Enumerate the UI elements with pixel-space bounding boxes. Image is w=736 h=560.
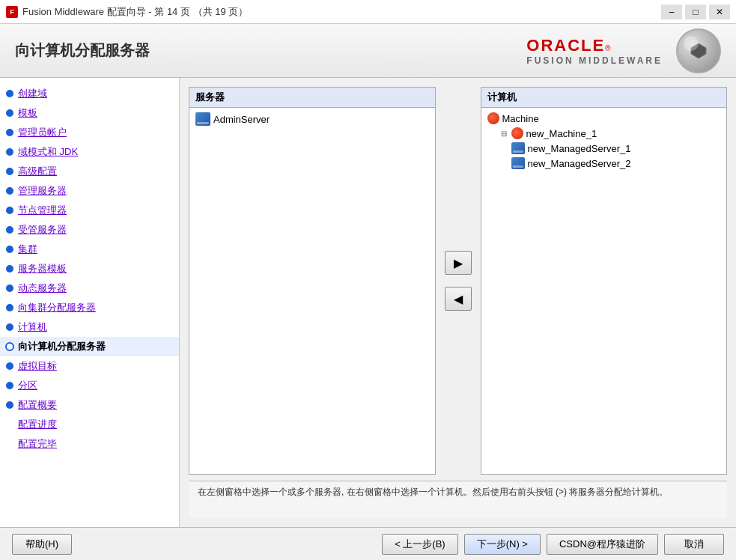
sidebar: 创建域模板管理员帐户域模式和 JDK高级配置管理服务器节点管理器受管服务器集群服… — [0, 78, 180, 527]
finish-button[interactable]: CSDN@程序猿进阶 — [547, 534, 658, 555]
sidebar-link-managed-server[interactable]: 受管服务器 — [18, 223, 67, 237]
server-label: AdminServer — [213, 114, 270, 125]
arrow-panel: ▶ ◀ — [442, 87, 475, 475]
sidebar-item-create-domain[interactable]: 创建域 — [0, 84, 179, 103]
sidebar-item-manage-server[interactable]: 管理服务器 — [0, 181, 179, 201]
oracle-logo: ORACLE® FUSION MIDDLEWARE — [526, 28, 721, 73]
sidebar-item-admin-account[interactable]: 管理员帐户 — [0, 123, 179, 142]
sidebar-label-assign-machine: 向计算机分配服务器 — [18, 340, 106, 353]
sidebar-link-dynamic-server[interactable]: 动态服务器 — [18, 281, 67, 295]
sidebar-item-cluster[interactable]: 集群 — [0, 240, 179, 259]
sidebar-link-node-manager[interactable]: 节点管理器 — [18, 204, 67, 217]
sidebar-dot-cluster — [6, 246, 13, 253]
sidebar-item-assign-cluster[interactable]: 向集群分配服务器 — [0, 298, 179, 317]
sidebar-item-node-manager[interactable]: 节点管理器 — [0, 201, 179, 220]
help-button[interactable]: 帮助(H) — [12, 534, 72, 555]
minimize-button[interactable]: – — [661, 4, 682, 19]
sidebar-dot-server-template — [6, 265, 13, 273]
sidebar-item-config-summary[interactable]: 配置概要 — [0, 395, 179, 415]
oracle-branding: ORACLE® FUSION MIDDLEWARE — [526, 36, 663, 66]
sidebar-dot-domain-jdk — [6, 148, 13, 156]
machine-tree-item-new_ManagedServer_1[interactable]: new_ManagedServer_1 — [508, 141, 724, 156]
maximize-button[interactable]: □ — [685, 4, 706, 19]
sidebar-item-virtual-target[interactable]: 虚拟目标 — [0, 356, 179, 376]
machine-tree-item-new_ManagedServer_2[interactable]: new_ManagedServer_2 — [508, 156, 724, 171]
servers-panel-content[interactable]: AdminServer — [189, 108, 435, 474]
bottom-left-buttons: 帮助(H) — [12, 534, 72, 555]
title-bar: F Fusion Middleware 配置向导 - 第 14 页 （共 19 … — [0, 0, 736, 24]
sidebar-item-server-template[interactable]: 服务器模板 — [0, 259, 179, 279]
oracle-text: ORACLE — [526, 36, 605, 55]
machine-tree-label: new_ManagedServer_2 — [528, 158, 631, 169]
server-item-AdminServer[interactable]: AdminServer — [192, 111, 432, 127]
servers-panel-header: 服务器 — [189, 88, 435, 108]
window-title: Fusion Middleware 配置向导 - 第 14 页 （共 19 页） — [22, 5, 248, 19]
sidebar-item-config-progress[interactable]: 配置进度 — [0, 415, 179, 434]
sidebar-link-admin-account[interactable]: 管理员帐户 — [18, 126, 67, 139]
sidebar-link-config-complete[interactable]: 配置完毕 — [18, 437, 57, 451]
fusion-label: FUSION MIDDLEWARE — [526, 55, 663, 66]
sidebar-link-partition[interactable]: 分区 — [18, 379, 37, 392]
sidebar-link-advanced-config[interactable]: 高级配置 — [18, 165, 57, 178]
sidebar-item-machine[interactable]: 计算机 — [0, 317, 179, 337]
oracle-logo-top: ORACLE® FUSION MIDDLEWARE — [526, 28, 721, 73]
sidebar-link-create-domain[interactable]: 创建域 — [18, 87, 47, 100]
unassign-left-button[interactable]: ◀ — [445, 287, 472, 311]
sidebar-link-manage-server[interactable]: 管理服务器 — [18, 184, 67, 198]
machine-tree-item-Machine[interactable]: Machine — [484, 111, 724, 126]
sidebar-item-advanced-config[interactable]: 高级配置 — [0, 162, 179, 181]
machines-panel-header: 计算机 — [481, 88, 727, 108]
oracle-sphere-icon — [676, 28, 721, 73]
sidebar-link-config-progress[interactable]: 配置进度 — [18, 418, 57, 431]
bottom-right-buttons: < 上一步(B) 下一步(N) > CSDN@程序猿进阶 取消 — [382, 534, 724, 555]
content-area: 创建域模板管理员帐户域模式和 JDK高级配置管理服务器节点管理器受管服务器集群服… — [0, 78, 736, 527]
sidebar-item-managed-server[interactable]: 受管服务器 — [0, 220, 179, 240]
oracle-label: ORACLE® — [526, 36, 663, 55]
machine-tree-label: Machine — [502, 113, 539, 124]
sidebar-link-domain-jdk[interactable]: 域模式和 JDK — [18, 145, 78, 159]
sidebar-dot-create-domain — [6, 90, 13, 97]
sidebar-item-template[interactable]: 模板 — [0, 103, 179, 123]
main-container: 向计算机分配服务器 ORACLE® FUSION MIDDLEWARE — [0, 24, 736, 560]
status-bar: 在左侧窗格中选择一个或多个服务器, 在右侧窗格中选择一个计算机。然后使用右前头按… — [189, 481, 727, 518]
machines-panel: 计算机 Machine⊟new_Machine_1new_ManagedServ… — [481, 87, 728, 475]
sidebar-link-assign-cluster[interactable]: 向集群分配服务器 — [18, 301, 96, 314]
server-icon — [195, 112, 210, 126]
sidebar-link-config-summary[interactable]: 配置概要 — [18, 398, 57, 412]
prev-button[interactable]: < 上一步(B) — [382, 534, 458, 555]
sidebar-link-server-template[interactable]: 服务器模板 — [18, 262, 67, 276]
sidebar-dot-config-summary — [6, 401, 13, 409]
machines-panel-content[interactable]: Machine⊟new_Machine_1new_ManagedServer_1… — [481, 108, 727, 474]
window-controls: – □ ✕ — [661, 4, 730, 19]
sidebar-dot-advanced-config — [6, 168, 13, 175]
close-button[interactable]: ✕ — [709, 4, 730, 19]
sidebar-item-dynamic-server[interactable]: 动态服务器 — [0, 279, 179, 298]
header: 向计算机分配服务器 ORACLE® FUSION MIDDLEWARE — [0, 24, 736, 78]
sidebar-item-domain-jdk[interactable]: 域模式和 JDK — [0, 142, 179, 162]
sidebar-item-partition[interactable]: 分区 — [0, 376, 179, 395]
machine-tree-label: new_ManagedServer_1 — [528, 143, 631, 154]
assign-right-button[interactable]: ▶ — [445, 251, 472, 275]
machine-tree-item-new_Machine_1[interactable]: ⊟new_Machine_1 — [496, 126, 724, 141]
machine-tree-label: new_Machine_1 — [526, 128, 597, 139]
bottom-bar: 帮助(H) < 上一步(B) 下一步(N) > CSDN@程序猿进阶 取消 — [0, 527, 736, 560]
managed-server-icon — [511, 157, 525, 169]
sidebar-item-config-complete[interactable]: 配置完毕 — [0, 434, 179, 454]
split-panel: 服务器 AdminServer ▶ ◀ 计算机 — [189, 87, 727, 475]
sidebar-dot-machine — [6, 323, 13, 331]
next-button[interactable]: 下一步(N) > — [464, 534, 541, 555]
sidebar-item-assign-machine: 向计算机分配服务器 — [0, 337, 179, 356]
sidebar-link-cluster[interactable]: 集群 — [18, 243, 37, 256]
sidebar-dot-virtual-target — [6, 362, 13, 370]
sidebar-link-template[interactable]: 模板 — [18, 106, 37, 120]
left-arrow-icon: ◀ — [454, 292, 463, 306]
sidebar-dot-node-manager — [6, 207, 13, 214]
page-title: 向计算机分配服务器 — [15, 40, 150, 61]
sidebar-link-virtual-target[interactable]: 虚拟目标 — [18, 359, 57, 373]
expand-icon: ⊟ — [499, 129, 508, 138]
sidebar-link-machine[interactable]: 计算机 — [18, 320, 47, 334]
managed-server-icon — [511, 142, 525, 154]
machine-icon — [511, 127, 523, 139]
cancel-button[interactable]: 取消 — [664, 534, 724, 555]
sidebar-dot-admin-account — [6, 129, 13, 136]
